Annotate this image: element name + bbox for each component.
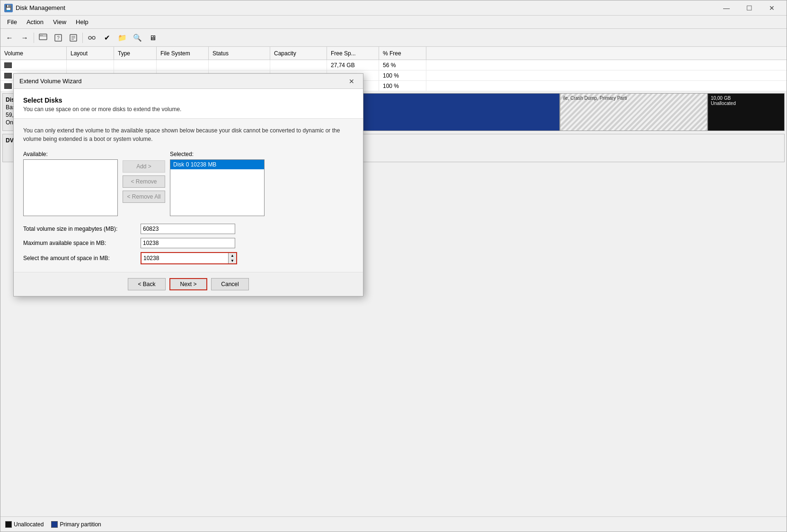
disk-selector: Available: Add > < Remove < Remove All S… xyxy=(23,151,354,216)
cell-layout-0 xyxy=(67,60,114,70)
selected-list[interactable]: Disk 0 10238 MB xyxy=(170,159,265,216)
dialog-title-text: Extend Volume Wizard xyxy=(19,78,346,85)
menu-bar: File Action View Help xyxy=(0,16,787,29)
legend-primary-box xyxy=(51,521,58,528)
selected-disk-item[interactable]: Disk 0 10238 MB xyxy=(170,160,264,169)
spinner-down-button[interactable]: ▼ xyxy=(229,258,236,263)
remove-button[interactable]: < Remove xyxy=(123,175,165,188)
partition-hatched[interactable]: ile, Crash Dump, Primary Parti xyxy=(560,93,707,131)
space-spinner: ▲ ▼ xyxy=(141,252,237,264)
minimize-button[interactable]: — xyxy=(716,1,737,15)
partition-unallocated-label: 10,00 GB Unallocated xyxy=(711,96,781,106)
row-icon-0 xyxy=(4,62,12,68)
selected-section: Selected: Disk 0 10238 MB xyxy=(170,151,265,216)
svg-point-11 xyxy=(92,36,95,39)
available-list[interactable] xyxy=(23,159,118,216)
field-row-total: Total volume size in megabytes (MB): xyxy=(23,224,354,234)
cell-freepct-2: 100 % xyxy=(379,81,426,91)
cell-volume-0 xyxy=(0,60,67,70)
folder-button[interactable]: 📁 xyxy=(115,31,129,45)
menu-action[interactable]: Action xyxy=(22,17,48,27)
menu-file[interactable]: File xyxy=(2,17,22,27)
table-row[interactable]: 27,74 GB 56 % xyxy=(0,60,787,70)
help-button[interactable]: ? xyxy=(51,31,65,45)
available-label: Available: xyxy=(23,151,118,157)
field-row-select: Select the amount of space in MB: ▲ ▼ xyxy=(23,252,354,264)
cell-status-0 xyxy=(209,60,270,70)
add-button: Add > xyxy=(123,160,165,173)
toolbar: ← → ? ✔ 📁 🔍 🖥 xyxy=(0,29,787,47)
selected-label: Selected: xyxy=(170,151,265,157)
available-section: Available: xyxy=(23,151,118,216)
field-label-max: Maximum available space in MB: xyxy=(23,240,137,246)
dialog-body: You can only extend the volume to the av… xyxy=(14,119,363,272)
legend-unallocated: Unallocated xyxy=(5,521,44,528)
col-header-filesystem: File System xyxy=(157,47,209,60)
col-header-freespace: Free Sp... xyxy=(327,47,379,60)
window-controls: — ☐ ✕ xyxy=(716,1,783,15)
legend-primary-label: Primary partition xyxy=(60,521,101,528)
back-button[interactable]: < Back xyxy=(128,278,166,290)
col-header-type: Type xyxy=(114,47,157,60)
row-icon-2 xyxy=(4,83,12,89)
console-button[interactable] xyxy=(36,31,50,45)
svg-text:?: ? xyxy=(57,35,60,41)
col-header-status: Status xyxy=(209,47,270,60)
dialog-step-title: Select Disks xyxy=(23,96,354,104)
check-button[interactable]: ✔ xyxy=(100,31,114,45)
space-input[interactable] xyxy=(141,253,229,263)
search-button[interactable]: 🔍 xyxy=(130,31,144,45)
disk-selector-buttons: Add > < Remove < Remove All xyxy=(123,151,165,216)
table-header: Volume Layout Type File System Status Ca… xyxy=(0,47,787,60)
menu-view[interactable]: View xyxy=(48,17,71,27)
legend-unallocated-box xyxy=(5,521,12,528)
back-button[interactable]: ← xyxy=(2,31,17,45)
svg-rect-0 xyxy=(39,34,47,40)
forward-button[interactable]: → xyxy=(18,31,32,45)
fields-area: Total volume size in megabytes (MB): Max… xyxy=(23,224,354,264)
title-bar: 💾 Disk Management — ☐ ✕ xyxy=(0,0,787,16)
dialog-close-button[interactable]: ✕ xyxy=(346,76,357,87)
next-button[interactable]: Next > xyxy=(169,278,207,290)
legend-unallocated-label: Unallocated xyxy=(14,521,44,528)
field-total-input[interactable] xyxy=(141,224,235,234)
col-header-volume: Volume xyxy=(0,47,67,60)
cell-type-0 xyxy=(114,60,157,70)
menu-help[interactable]: Help xyxy=(71,17,93,27)
col-header-layout: Layout xyxy=(67,47,114,60)
dialog-title-bar: Extend Volume Wizard ✕ xyxy=(14,74,363,89)
partition-hatched-label: ile, Crash Dump, Primary Parti xyxy=(563,96,704,101)
extend-volume-wizard: Extend Volume Wizard ✕ Select Disks You … xyxy=(13,73,363,297)
remove-all-button[interactable]: < Remove All xyxy=(123,191,165,203)
spinner-up-button[interactable]: ▲ xyxy=(229,253,236,258)
legend-primary: Primary partition xyxy=(51,521,101,528)
maximize-button[interactable]: ☐ xyxy=(738,1,760,15)
col-header-capacity: Capacity xyxy=(270,47,327,60)
dialog-step-desc: You can use space on one or more disks t… xyxy=(23,106,354,113)
spinner-buttons: ▲ ▼ xyxy=(229,253,236,263)
connect-button[interactable] xyxy=(85,31,99,45)
cell-capacity-0 xyxy=(270,60,327,70)
field-label-select: Select the amount of space in MB: xyxy=(23,255,137,262)
row-icon-1 xyxy=(4,73,12,78)
cell-freepct-0: 56 % xyxy=(379,60,426,70)
dialog-footer: < Back Next > Cancel xyxy=(14,272,363,296)
dialog-header: Select Disks You can use space on one or… xyxy=(14,89,363,119)
display-button[interactable]: 🖥 xyxy=(145,31,159,45)
cancel-button[interactable]: Cancel xyxy=(211,278,249,290)
properties-button[interactable] xyxy=(66,31,80,45)
legend: Unallocated Primary partition xyxy=(0,516,787,532)
cell-freespace-0: 27,74 GB xyxy=(327,60,379,70)
app-icon: 💾 xyxy=(4,4,13,12)
close-button[interactable]: ✕ xyxy=(761,1,783,15)
col-header-freepct: % Free xyxy=(379,47,426,60)
dialog-info-text: You can only extend the volume to the av… xyxy=(23,126,354,143)
toolbar-separator-1 xyxy=(34,33,34,43)
toolbar-separator-2 xyxy=(82,33,83,43)
field-label-total: Total volume size in megabytes (MB): xyxy=(23,226,137,232)
window-title: Disk Management xyxy=(16,4,716,11)
field-max-input[interactable] xyxy=(141,238,235,248)
cell-fs-0 xyxy=(157,60,209,70)
partition-unallocated[interactable]: 10,00 GB Unallocated xyxy=(707,93,785,131)
svg-point-10 xyxy=(88,36,91,39)
